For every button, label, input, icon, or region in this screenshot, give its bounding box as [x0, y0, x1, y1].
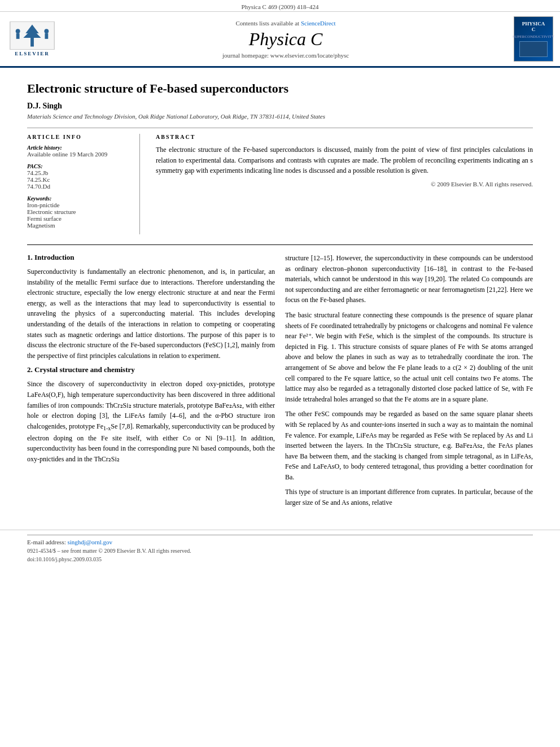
elsevier-logo-img: [10, 21, 55, 50]
section1-para1: Superconductivity is fundamentally an el…: [27, 267, 275, 361]
svg-point-6: [44, 29, 49, 33]
pacs-group: PACS: 74.25.Jb 74.25.Kc 74.70.Dd: [27, 163, 130, 190]
elsevier-logo: ELSEVIER: [7, 21, 58, 56]
keywords-group: Keywords: Iron-pnictide Electronic struc…: [27, 195, 130, 229]
journal-cover-thumbnail: PHYSICAC SUPERCONDUCTIVITY: [514, 16, 553, 62]
body-columns: 1. Introduction Superconductivity is fun…: [27, 253, 533, 513]
issn-line: 0921-4534/$ – see front matter © 2009 El…: [27, 548, 533, 554]
col-right: structure [12–15]. However, the supercon…: [285, 253, 533, 513]
abstract-label: ABSTRACT: [156, 134, 533, 140]
svg-point-4: [16, 29, 20, 33]
svg-rect-5: [16, 33, 20, 39]
pacs-item-1: 74.25.Jb: [27, 169, 130, 176]
email-line: E-mail address: singhdj@ornl.gov: [27, 539, 533, 545]
journal-header: ELSEVIER Contents lists available at Sci…: [0, 12, 560, 68]
elsevier-brand-text: ELSEVIER: [15, 51, 50, 56]
section2-para1: Since the discovery of superconductivity…: [27, 379, 275, 464]
doi-line: doi:10.1016/j.physc.2009.03.035: [27, 556, 533, 562]
article-info-panel: ARTICLE INFO Article history: Available …: [27, 134, 140, 234]
abstract-panel: ABSTRACT The electronic structure of the…: [151, 134, 533, 234]
pacs-label: PACS:: [27, 163, 130, 169]
history-label: Article history:: [27, 145, 130, 151]
journal-title: Physica C: [63, 29, 508, 50]
journal-info: Physica C 469 (2009) 418–424: [242, 3, 319, 10]
journal-center: Contents lists available at ScienceDirec…: [63, 20, 508, 59]
keyword-3: Fermi surface: [27, 215, 130, 222]
footer-divider: E-mail address: singhdj@ornl.gov: [27, 535, 533, 545]
author-affiliation: Materials Science and Technology Divisio…: [27, 113, 533, 120]
right-para3: The other FeSC compounds may be regarded…: [285, 409, 533, 482]
cover-image: [519, 41, 548, 57]
main-content: Electronic structure of Fe-based superco…: [0, 68, 560, 524]
info-abstract-row: ARTICLE INFO Article history: Available …: [27, 128, 533, 234]
article-history-group: Article history: Available online 19 Mar…: [27, 145, 130, 158]
contents-available-line: Contents lists available at ScienceDirec…: [63, 20, 508, 27]
col-left: 1. Introduction Superconductivity is fun…: [27, 253, 275, 513]
footer-area: E-mail address: singhdj@ornl.gov 0921-45…: [0, 530, 560, 565]
article-title: Electronic structure of Fe-based superco…: [27, 81, 533, 96]
cover-subtitle: SUPERCONDUCTIVITY: [513, 34, 555, 39]
journal-homepage-line: journal homepage: www.elsevier.com/locat…: [63, 52, 508, 59]
right-para1: structure [12–15]. However, the supercon…: [285, 253, 533, 305]
pacs-item-3: 74.70.Dd: [27, 183, 130, 190]
email-link[interactable]: singhdj@ornl.gov: [67, 539, 112, 545]
article-info-label: ARTICLE INFO: [27, 134, 130, 140]
abstract-text: The electronic structure of the Fe-based…: [156, 145, 533, 176]
sciencedirect-link[interactable]: ScienceDirect: [301, 20, 336, 27]
keyword-2: Electronic structure: [27, 208, 130, 215]
copyright-line: © 2009 Elsevier B.V. All rights reserved…: [156, 181, 533, 187]
available-online-value: Available online 19 March 2009: [27, 151, 130, 158]
svg-rect-1: [30, 38, 34, 47]
svg-rect-7: [45, 33, 48, 39]
body-divider: [27, 244, 533, 245]
keywords-label: Keywords:: [27, 195, 130, 202]
keyword-4: Magnetism: [27, 222, 130, 229]
pacs-item-2: 74.25.Kc: [27, 176, 130, 183]
section1-heading: 1. Introduction: [27, 253, 275, 262]
right-para4: This type of structure is an important d…: [285, 487, 533, 508]
section2-heading: 2. Crystal structure and chemistry: [27, 365, 275, 374]
keyword-1: Iron-pnictide: [27, 202, 130, 208]
author-name: D.J. Singh: [27, 102, 533, 111]
cover-title: PHYSICAC: [522, 21, 545, 32]
top-bar: Physica C 469 (2009) 418–424: [0, 0, 560, 12]
email-label: E-mail address:: [27, 539, 66, 545]
right-para2: The basic structural feature connecting …: [285, 310, 533, 404]
